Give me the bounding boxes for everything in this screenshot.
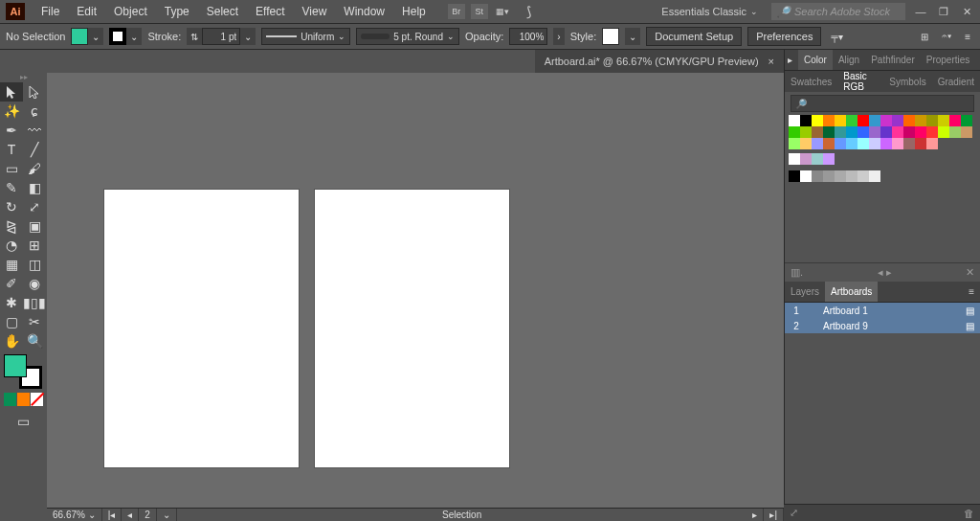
zoom-tool[interactable]: 🔍	[23, 331, 46, 351]
swatch[interactable]	[949, 115, 961, 126]
grayscale-swatch[interactable]	[835, 170, 846, 182]
swatch[interactable]	[812, 153, 823, 165]
swatch[interactable]	[961, 115, 972, 126]
menu-edit[interactable]: Edit	[68, 5, 105, 18]
shaper-tool[interactable]: ✎	[0, 178, 23, 197]
swatch[interactable]	[812, 138, 823, 149]
swatch[interactable]	[880, 138, 892, 149]
menu-select[interactable]: Select	[198, 5, 247, 18]
swatch[interactable]	[800, 115, 812, 126]
nav-prev[interactable]: ◂	[122, 509, 139, 521]
swatch[interactable]	[949, 126, 961, 138]
grayscale-swatch[interactable]	[869, 170, 880, 182]
document-tab[interactable]: Artboard.ai* @ 66.67% (CMYK/GPU Preview)…	[535, 50, 784, 73]
swatch[interactable]	[915, 138, 926, 149]
tab-artboards[interactable]: Artboards	[825, 282, 878, 302]
swatch-close-icon[interactable]: ✕	[966, 266, 974, 279]
menu-help[interactable]: Help	[393, 5, 434, 18]
screen-mode-tool[interactable]: ▭	[0, 412, 46, 431]
swatch[interactable]	[800, 153, 812, 165]
swatch[interactable]	[903, 115, 915, 126]
swatch[interactable]	[869, 115, 880, 126]
opacity-dropdown[interactable]: ›	[553, 28, 564, 45]
swatch[interactable]	[892, 115, 903, 126]
style-swatch[interactable]	[602, 28, 619, 45]
swatch[interactable]	[961, 126, 972, 138]
eyedropper-tool[interactable]: ✐	[0, 274, 23, 293]
swatch[interactable]	[926, 115, 938, 126]
nav-play[interactable]: ▸	[746, 509, 764, 521]
rotate-tool[interactable]: ↻	[0, 197, 23, 216]
line-tool[interactable]: ╱	[23, 140, 46, 159]
grayscale-swatch[interactable]	[789, 170, 800, 182]
document-tab-close[interactable]: ×	[768, 56, 774, 67]
canvas[interactable]	[47, 73, 784, 508]
swatch[interactable]	[880, 115, 892, 126]
swatch[interactable]	[835, 126, 846, 138]
selection-tool[interactable]	[0, 82, 23, 102]
tab-layers[interactable]: Layers	[785, 282, 825, 302]
scale-tool[interactable]: ⤢	[23, 197, 46, 216]
swatch[interactable]	[858, 126, 869, 138]
color-panel-menu-icon[interactable]: ≡	[975, 55, 980, 65]
swatch[interactable]	[835, 138, 846, 149]
direct-selection-tool[interactable]	[23, 82, 46, 102]
stroke-weight-dropdown[interactable]: ⌄	[240, 28, 256, 45]
curvature-tool[interactable]: 〰	[23, 121, 46, 140]
swatch[interactable]	[892, 126, 903, 138]
artboard-options-icon[interactable]: ▤	[966, 306, 974, 316]
lasso-tool[interactable]: ɕ	[23, 102, 46, 121]
swatch-next-icon[interactable]: ▸	[886, 266, 892, 278]
swatch[interactable]	[789, 153, 800, 165]
swatch[interactable]	[938, 115, 949, 126]
nav-first[interactable]: |◂	[102, 509, 122, 521]
slice-tool[interactable]: ✂	[23, 312, 46, 331]
stroke-dropdown[interactable]: ⌄	[126, 28, 142, 45]
stroke-spinner[interactable]: ⇅	[187, 28, 202, 45]
align-to-icon[interactable]: ⊞	[917, 28, 932, 45]
stroke-swatch[interactable]	[109, 28, 126, 45]
swatch[interactable]	[800, 138, 812, 149]
trash-icon[interactable]: 🗑	[964, 508, 974, 519]
workspace-switcher[interactable]: Essentials Classic⌄	[656, 6, 764, 17]
artboard-row[interactable]: 2 Artboard 9 ▤	[785, 318, 980, 333]
grayscale-swatch[interactable]	[812, 170, 823, 182]
swatch[interactable]	[789, 138, 800, 149]
swatch[interactable]	[915, 126, 926, 138]
artboard-2[interactable]	[315, 190, 509, 467]
stroke-weight-input[interactable]	[202, 28, 240, 45]
preferences-button[interactable]: Preferences	[747, 27, 821, 46]
rectangle-tool[interactable]: ▭	[0, 159, 23, 178]
swatch[interactable]	[812, 126, 823, 138]
tab-align[interactable]: Align	[833, 50, 865, 70]
gradient-tool[interactable]: ◫	[23, 255, 46, 274]
swatch[interactable]	[926, 138, 938, 149]
swatch-search-input[interactable]	[791, 95, 974, 112]
fill-swatch[interactable]	[71, 28, 88, 45]
swatch[interactable]	[938, 126, 949, 138]
swatch[interactable]	[903, 138, 915, 149]
tab-color[interactable]: Color	[798, 50, 833, 70]
width-tool[interactable]: ⧎	[0, 216, 23, 236]
bridge-icon[interactable]: Br	[448, 4, 465, 19]
nav-last[interactable]: ▸|	[764, 509, 784, 521]
expand-icon[interactable]: ⤢	[790, 507, 798, 519]
artboard-options-icon[interactable]: ▤	[966, 321, 974, 331]
gpu-icon[interactable]: ⟆	[521, 4, 538, 19]
tab-gradient[interactable]: Gradient	[932, 71, 980, 92]
swatch[interactable]	[926, 126, 938, 138]
swatch[interactable]	[800, 126, 812, 138]
tab-properties[interactable]: Properties	[921, 50, 976, 70]
blend-tool[interactable]: ◉	[23, 274, 46, 293]
grayscale-swatch[interactable]	[823, 170, 835, 182]
search-stock-input[interactable]: 🔎 Search Adobe Stock	[771, 3, 905, 20]
window-close[interactable]: ✕	[959, 5, 974, 18]
paintbrush-tool[interactable]: 🖌	[23, 159, 46, 178]
menu-effect[interactable]: Effect	[247, 5, 293, 18]
color-mode[interactable]	[4, 393, 16, 406]
swatch[interactable]	[846, 126, 858, 138]
swatch[interactable]	[892, 138, 903, 149]
symbol-tool[interactable]: ✱	[0, 293, 23, 312]
grayscale-swatch[interactable]	[846, 170, 858, 182]
swatch[interactable]	[812, 115, 823, 126]
